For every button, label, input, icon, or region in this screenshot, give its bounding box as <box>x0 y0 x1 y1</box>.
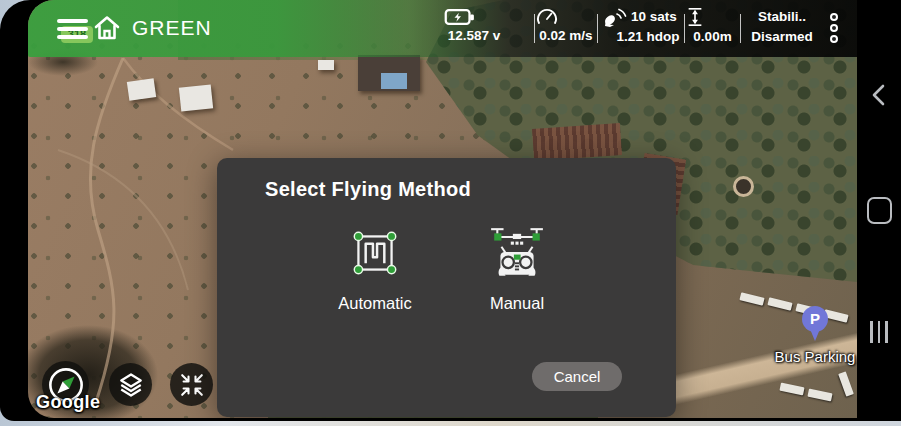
overflow-menu-button[interactable] <box>827 13 841 45</box>
google-attribution: Google <box>36 392 100 413</box>
collapse-arrows-icon <box>178 371 206 399</box>
home-nav-icon[interactable] <box>857 190 901 230</box>
option-manual-label: Manual <box>457 294 577 313</box>
recents-icon[interactable] <box>857 312 901 352</box>
altitude-value: 0.00m <box>685 29 740 44</box>
map-art-well <box>733 176 754 197</box>
layers-button[interactable] <box>109 363 152 406</box>
battery-icon <box>442 7 477 27</box>
arm-status: Disarmed <box>741 29 823 44</box>
exit-fullscreen-button[interactable] <box>170 363 213 406</box>
app-title: GREEN <box>132 16 212 40</box>
poi-bus-parking[interactable]: P Bus Parking <box>770 306 860 365</box>
map-art-building <box>318 60 334 70</box>
altitude-telemetry: 0.00m <box>685 0 740 57</box>
map-art-building <box>179 84 213 111</box>
option-automatic[interactable]: Automatic <box>315 224 435 313</box>
battery-voltage: 12.587 v <box>442 28 506 43</box>
home-icon[interactable] <box>92 13 122 43</box>
option-automatic-label: Automatic <box>315 294 435 313</box>
dialog-title: Select Flying Method <box>265 178 471 201</box>
battery-telemetry: 12.587 v <box>442 0 506 57</box>
ground-speed: 0.02 m/s <box>535 28 597 43</box>
layers-icon <box>116 370 146 400</box>
speedometer-icon <box>535 7 559 27</box>
drone-remote-icon <box>488 224 546 282</box>
option-manual[interactable]: Manual <box>457 224 577 313</box>
select-flying-method-dialog: Select Flying Method Automatic <box>217 158 676 417</box>
map-art-crop-field <box>532 123 622 161</box>
parking-pin-icon[interactable]: P <box>802 306 828 346</box>
flight-mode: Stabili.. <box>741 9 823 24</box>
satellite-icon <box>602 5 628 29</box>
satellite-count: 10 sats <box>631 9 677 24</box>
poi-label: Bus Parking <box>770 348 860 365</box>
speed-telemetry: 0.02 m/s <box>535 0 597 57</box>
mode-telemetry[interactable]: Stabili.. Disarmed <box>741 0 823 57</box>
gps-telemetry: 10 sats 1.21 hdop <box>598 0 684 57</box>
map-art-building <box>127 78 156 101</box>
survey-grid-icon <box>346 224 404 282</box>
app-bar: 318 GREEN 12.587 v 0.02 m/s <box>28 0 857 57</box>
altitude-icon <box>685 7 705 27</box>
back-icon[interactable] <box>857 75 901 115</box>
hdop-value: 1.21 hdop <box>598 29 684 44</box>
app-screen: P Bus Parking Goo <box>0 0 901 421</box>
map-art-building <box>358 55 420 91</box>
android-nav-bar <box>857 0 901 421</box>
cancel-button[interactable]: Cancel <box>532 362 622 391</box>
menu-button[interactable] <box>57 19 88 41</box>
